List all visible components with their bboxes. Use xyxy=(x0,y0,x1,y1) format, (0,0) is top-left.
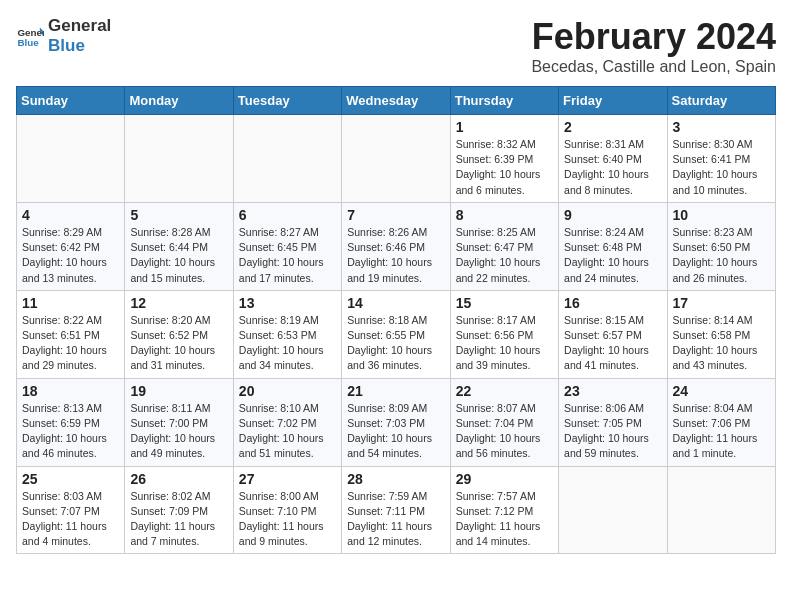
calendar-cell xyxy=(559,466,667,554)
calendar-week-row: 1Sunrise: 8:32 AM Sunset: 6:39 PM Daylig… xyxy=(17,115,776,203)
day-info: Sunrise: 8:02 AM Sunset: 7:09 PM Dayligh… xyxy=(130,489,227,550)
calendar-cell xyxy=(17,115,125,203)
logo-blue: Blue xyxy=(48,36,111,56)
weekday-header-row: SundayMondayTuesdayWednesdayThursdayFrid… xyxy=(17,87,776,115)
calendar-week-row: 4Sunrise: 8:29 AM Sunset: 6:42 PM Daylig… xyxy=(17,202,776,290)
calendar-cell: 21Sunrise: 8:09 AM Sunset: 7:03 PM Dayli… xyxy=(342,378,450,466)
day-info: Sunrise: 8:00 AM Sunset: 7:10 PM Dayligh… xyxy=(239,489,336,550)
calendar-cell: 23Sunrise: 8:06 AM Sunset: 7:05 PM Dayli… xyxy=(559,378,667,466)
logo: General Blue General Blue xyxy=(16,16,111,55)
calendar-cell: 4Sunrise: 8:29 AM Sunset: 6:42 PM Daylig… xyxy=(17,202,125,290)
day-info: Sunrise: 8:04 AM Sunset: 7:06 PM Dayligh… xyxy=(673,401,770,462)
day-number: 18 xyxy=(22,383,119,399)
day-info: Sunrise: 8:15 AM Sunset: 6:57 PM Dayligh… xyxy=(564,313,661,374)
calendar-table: SundayMondayTuesdayWednesdayThursdayFrid… xyxy=(16,86,776,554)
day-info: Sunrise: 8:13 AM Sunset: 6:59 PM Dayligh… xyxy=(22,401,119,462)
calendar-cell: 2Sunrise: 8:31 AM Sunset: 6:40 PM Daylig… xyxy=(559,115,667,203)
day-number: 5 xyxy=(130,207,227,223)
day-number: 3 xyxy=(673,119,770,135)
weekday-header-sunday: Sunday xyxy=(17,87,125,115)
calendar-cell: 15Sunrise: 8:17 AM Sunset: 6:56 PM Dayli… xyxy=(450,290,558,378)
day-number: 8 xyxy=(456,207,553,223)
weekday-header-friday: Friday xyxy=(559,87,667,115)
day-info: Sunrise: 8:31 AM Sunset: 6:40 PM Dayligh… xyxy=(564,137,661,198)
calendar-cell: 22Sunrise: 8:07 AM Sunset: 7:04 PM Dayli… xyxy=(450,378,558,466)
day-info: Sunrise: 8:03 AM Sunset: 7:07 PM Dayligh… xyxy=(22,489,119,550)
day-info: Sunrise: 8:28 AM Sunset: 6:44 PM Dayligh… xyxy=(130,225,227,286)
day-number: 6 xyxy=(239,207,336,223)
day-number: 21 xyxy=(347,383,444,399)
day-number: 19 xyxy=(130,383,227,399)
calendar-cell: 18Sunrise: 8:13 AM Sunset: 6:59 PM Dayli… xyxy=(17,378,125,466)
day-number: 13 xyxy=(239,295,336,311)
calendar-cell: 1Sunrise: 8:32 AM Sunset: 6:39 PM Daylig… xyxy=(450,115,558,203)
day-number: 28 xyxy=(347,471,444,487)
day-info: Sunrise: 8:25 AM Sunset: 6:47 PM Dayligh… xyxy=(456,225,553,286)
calendar-cell: 24Sunrise: 8:04 AM Sunset: 7:06 PM Dayli… xyxy=(667,378,775,466)
day-number: 20 xyxy=(239,383,336,399)
location-title: Becedas, Castille and Leon, Spain xyxy=(531,58,776,76)
calendar-week-row: 18Sunrise: 8:13 AM Sunset: 6:59 PM Dayli… xyxy=(17,378,776,466)
calendar-cell: 7Sunrise: 8:26 AM Sunset: 6:46 PM Daylig… xyxy=(342,202,450,290)
calendar-cell: 9Sunrise: 8:24 AM Sunset: 6:48 PM Daylig… xyxy=(559,202,667,290)
calendar-cell: 25Sunrise: 8:03 AM Sunset: 7:07 PM Dayli… xyxy=(17,466,125,554)
calendar-cell xyxy=(667,466,775,554)
day-number: 1 xyxy=(456,119,553,135)
day-info: Sunrise: 8:30 AM Sunset: 6:41 PM Dayligh… xyxy=(673,137,770,198)
page-header: General Blue General Blue February 2024 … xyxy=(16,16,776,76)
calendar-cell: 16Sunrise: 8:15 AM Sunset: 6:57 PM Dayli… xyxy=(559,290,667,378)
calendar-cell: 13Sunrise: 8:19 AM Sunset: 6:53 PM Dayli… xyxy=(233,290,341,378)
day-number: 9 xyxy=(564,207,661,223)
month-title: February 2024 xyxy=(531,16,776,58)
weekday-header-wednesday: Wednesday xyxy=(342,87,450,115)
day-number: 27 xyxy=(239,471,336,487)
calendar-cell: 20Sunrise: 8:10 AM Sunset: 7:02 PM Dayli… xyxy=(233,378,341,466)
logo-general: General xyxy=(48,16,111,36)
calendar-cell: 5Sunrise: 8:28 AM Sunset: 6:44 PM Daylig… xyxy=(125,202,233,290)
calendar-cell: 28Sunrise: 7:59 AM Sunset: 7:11 PM Dayli… xyxy=(342,466,450,554)
day-number: 23 xyxy=(564,383,661,399)
day-number: 12 xyxy=(130,295,227,311)
day-info: Sunrise: 8:09 AM Sunset: 7:03 PM Dayligh… xyxy=(347,401,444,462)
calendar-cell: 26Sunrise: 8:02 AM Sunset: 7:09 PM Dayli… xyxy=(125,466,233,554)
day-info: Sunrise: 8:06 AM Sunset: 7:05 PM Dayligh… xyxy=(564,401,661,462)
day-info: Sunrise: 7:59 AM Sunset: 7:11 PM Dayligh… xyxy=(347,489,444,550)
calendar-cell: 11Sunrise: 8:22 AM Sunset: 6:51 PM Dayli… xyxy=(17,290,125,378)
day-info: Sunrise: 8:14 AM Sunset: 6:58 PM Dayligh… xyxy=(673,313,770,374)
day-info: Sunrise: 8:19 AM Sunset: 6:53 PM Dayligh… xyxy=(239,313,336,374)
day-number: 14 xyxy=(347,295,444,311)
day-info: Sunrise: 8:10 AM Sunset: 7:02 PM Dayligh… xyxy=(239,401,336,462)
calendar-cell: 3Sunrise: 8:30 AM Sunset: 6:41 PM Daylig… xyxy=(667,115,775,203)
day-info: Sunrise: 8:11 AM Sunset: 7:00 PM Dayligh… xyxy=(130,401,227,462)
day-info: Sunrise: 8:18 AM Sunset: 6:55 PM Dayligh… xyxy=(347,313,444,374)
calendar-week-row: 11Sunrise: 8:22 AM Sunset: 6:51 PM Dayli… xyxy=(17,290,776,378)
calendar-cell xyxy=(233,115,341,203)
day-info: Sunrise: 8:24 AM Sunset: 6:48 PM Dayligh… xyxy=(564,225,661,286)
calendar-cell: 12Sunrise: 8:20 AM Sunset: 6:52 PM Dayli… xyxy=(125,290,233,378)
weekday-header-saturday: Saturday xyxy=(667,87,775,115)
calendar-cell: 19Sunrise: 8:11 AM Sunset: 7:00 PM Dayli… xyxy=(125,378,233,466)
weekday-header-tuesday: Tuesday xyxy=(233,87,341,115)
calendar-cell: 17Sunrise: 8:14 AM Sunset: 6:58 PM Dayli… xyxy=(667,290,775,378)
calendar-cell xyxy=(125,115,233,203)
day-info: Sunrise: 8:23 AM Sunset: 6:50 PM Dayligh… xyxy=(673,225,770,286)
day-number: 11 xyxy=(22,295,119,311)
calendar-week-row: 25Sunrise: 8:03 AM Sunset: 7:07 PM Dayli… xyxy=(17,466,776,554)
day-number: 15 xyxy=(456,295,553,311)
day-number: 7 xyxy=(347,207,444,223)
weekday-header-thursday: Thursday xyxy=(450,87,558,115)
calendar-cell xyxy=(342,115,450,203)
day-number: 29 xyxy=(456,471,553,487)
day-number: 16 xyxy=(564,295,661,311)
weekday-header-monday: Monday xyxy=(125,87,233,115)
day-number: 22 xyxy=(456,383,553,399)
day-info: Sunrise: 8:27 AM Sunset: 6:45 PM Dayligh… xyxy=(239,225,336,286)
day-info: Sunrise: 8:32 AM Sunset: 6:39 PM Dayligh… xyxy=(456,137,553,198)
day-info: Sunrise: 7:57 AM Sunset: 7:12 PM Dayligh… xyxy=(456,489,553,550)
calendar-cell: 10Sunrise: 8:23 AM Sunset: 6:50 PM Dayli… xyxy=(667,202,775,290)
day-number: 26 xyxy=(130,471,227,487)
calendar-cell: 6Sunrise: 8:27 AM Sunset: 6:45 PM Daylig… xyxy=(233,202,341,290)
day-info: Sunrise: 8:26 AM Sunset: 6:46 PM Dayligh… xyxy=(347,225,444,286)
day-info: Sunrise: 8:20 AM Sunset: 6:52 PM Dayligh… xyxy=(130,313,227,374)
day-number: 4 xyxy=(22,207,119,223)
